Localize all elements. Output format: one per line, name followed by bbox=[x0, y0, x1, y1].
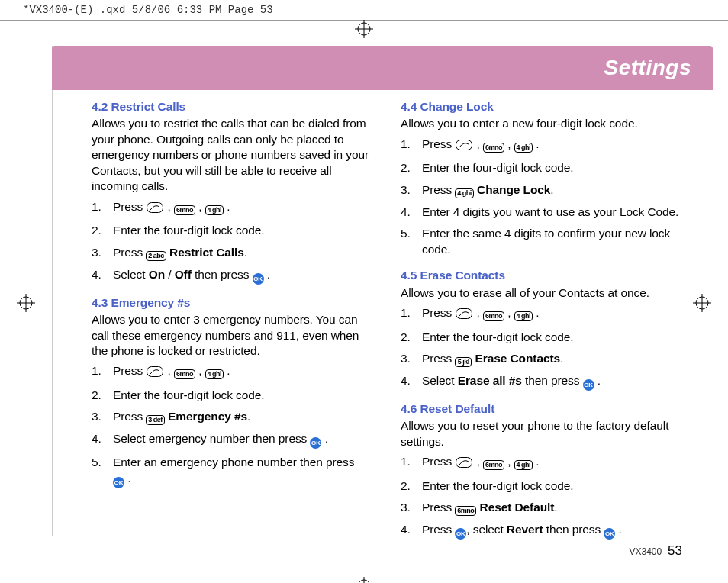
heading-4-5: 4.5 Erase Contacts bbox=[401, 268, 679, 283]
qxd-header: *VX3400-(E) .qxd 5/8/06 6:33 PM Page 53 bbox=[23, 4, 273, 16]
footer-model: VX3400 bbox=[629, 546, 662, 557]
content-columns: 4.2 Restrict Calls Allows you to restric… bbox=[92, 99, 679, 550]
key-4-icon: 4 ghi bbox=[514, 311, 533, 321]
bottom-rule bbox=[52, 536, 711, 536]
registration-mark-top-icon bbox=[355, 20, 373, 38]
list-item: 4. Select On / Off then press OK . bbox=[92, 267, 370, 285]
list-item: 3. Press 5 jkl Erase Contacts. bbox=[401, 351, 679, 367]
list-item: 1. Press , 6mno , 4 ghi . bbox=[92, 363, 370, 381]
list-item: 3. Press 6mno Reset Default. bbox=[401, 500, 679, 516]
ok-key-icon: OK bbox=[310, 437, 321, 449]
steps-4-4: 1. Press , 6mno , 4 ghi . 2.Enter the fo… bbox=[401, 137, 679, 257]
key-4-icon: 4 ghi bbox=[205, 369, 224, 379]
menu-key-icon bbox=[147, 201, 163, 217]
list-item: 4. Select Erase all #s then press OK . bbox=[401, 373, 679, 391]
menu-key-icon bbox=[456, 139, 472, 154]
key-6-icon: 6mno bbox=[174, 369, 195, 379]
steps-4-3: 1. Press , 6mno , 4 ghi . 2.Enter the fo… bbox=[92, 363, 370, 488]
heading-4-3: 4.3 Emergency #s bbox=[92, 295, 370, 311]
list-item: 1. Press , 6mno , 4 ghi . bbox=[401, 454, 679, 472]
menu-key-icon bbox=[147, 366, 163, 381]
banner-title: Settings bbox=[604, 56, 691, 80]
footer-page-number: 53 bbox=[668, 543, 682, 558]
intro-4-3: Allows you to enter 3 emergency numbers.… bbox=[92, 312, 370, 359]
key-3-icon: 3 def bbox=[146, 415, 165, 425]
key-6-icon: 6mno bbox=[455, 506, 476, 516]
registration-mark-right-icon bbox=[693, 294, 711, 312]
key-6-icon: 6mno bbox=[483, 311, 504, 321]
key-6-icon: 6mno bbox=[174, 205, 195, 215]
ok-key-icon: OK bbox=[604, 528, 615, 540]
ok-key-icon: OK bbox=[583, 379, 594, 391]
left-column: 4.2 Restrict Calls Allows you to restric… bbox=[92, 99, 370, 550]
intro-4-2: Allows you to restrict the calls that ca… bbox=[92, 116, 370, 194]
key-5-icon: 5 jkl bbox=[455, 357, 472, 367]
steps-4-6: 1. Press , 6mno , 4 ghi . 2.Enter the fo… bbox=[401, 454, 679, 540]
right-column: 4.4 Change Lock Allows you to enter a ne… bbox=[401, 99, 679, 550]
list-item: 5.Enter the same 4 digits to confirm you… bbox=[401, 226, 679, 257]
key-6-icon: 6mno bbox=[483, 460, 504, 470]
intro-4-5: Allows you to erase all of your Contacts… bbox=[401, 285, 679, 301]
list-item: 4. Press OK, select Revert then press OK… bbox=[401, 522, 679, 540]
list-item: 4.Enter 4 digits you want to use as your… bbox=[401, 205, 679, 220]
svg-rect-16 bbox=[456, 458, 472, 468]
section-banner: Settings bbox=[52, 46, 713, 90]
intro-4-6: Allows you to reset your phone to the fa… bbox=[401, 418, 679, 449]
list-item: 3. Press 3 def Emergency #s. bbox=[92, 409, 370, 425]
menu-key-icon bbox=[456, 308, 472, 323]
steps-4-2: 1. Press , 6mno , 4 ghi . 2.Enter the fo… bbox=[92, 199, 370, 285]
svg-rect-15 bbox=[456, 309, 472, 319]
list-item: 1. Press , 6mno , 4 ghi . bbox=[401, 305, 679, 323]
list-item: 3. Press 2 abc Restrict Calls. bbox=[92, 245, 370, 261]
registration-mark-left-icon bbox=[17, 294, 35, 312]
list-item: 1. Press , 6mno , 4 ghi . bbox=[92, 199, 370, 217]
list-item: 3. Press 4 ghi Change Lock. bbox=[401, 182, 679, 198]
list-item: 2.Enter the four-digit lock code. bbox=[401, 330, 679, 345]
key-4-icon: 4 ghi bbox=[205, 205, 224, 215]
key-6-icon: 6mno bbox=[483, 143, 504, 153]
list-item: 2.Enter the four-digit lock code. bbox=[401, 160, 679, 176]
page: *VX3400-(E) .qxd 5/8/06 6:33 PM Page 53 … bbox=[0, 0, 728, 583]
list-item: 2.Enter the four-digit lock code. bbox=[92, 388, 370, 403]
list-item: 5. Enter an emergency phone number then … bbox=[92, 455, 370, 488]
heading-4-6: 4.6 Reset Default bbox=[401, 401, 679, 417]
ok-key-icon: OK bbox=[455, 528, 466, 540]
list-item: 4. Select emergency number then press OK… bbox=[92, 431, 370, 449]
registration-mark-bottom-icon bbox=[355, 577, 373, 583]
ok-key-icon: OK bbox=[253, 273, 264, 285]
svg-rect-14 bbox=[456, 140, 472, 150]
list-item: 2.Enter the four-digit lock code. bbox=[92, 223, 370, 238]
left-border bbox=[52, 46, 53, 536]
intro-4-4: Allows you to enter a new four-digit loc… bbox=[401, 116, 679, 131]
menu-key-icon bbox=[456, 456, 472, 472]
svg-rect-13 bbox=[147, 367, 163, 377]
heading-4-2: 4.2 Restrict Calls bbox=[92, 99, 370, 114]
heading-4-4: 4.4 Change Lock bbox=[401, 99, 679, 114]
key-2-icon: 2 abc bbox=[146, 251, 166, 261]
svg-rect-12 bbox=[147, 202, 163, 212]
key-4-icon: 4 ghi bbox=[514, 460, 533, 470]
page-footer: VX3400 53 bbox=[629, 543, 682, 559]
ok-key-icon: OK bbox=[113, 477, 124, 488]
steps-4-5: 1. Press , 6mno , 4 ghi . 2.Enter the fo… bbox=[401, 305, 679, 391]
key-4-icon: 4 ghi bbox=[455, 188, 474, 198]
key-4-icon: 4 ghi bbox=[514, 143, 533, 153]
list-item: 2.Enter the four-digit lock code. bbox=[401, 478, 679, 494]
list-item: 1. Press , 6mno , 4 ghi . bbox=[401, 137, 679, 154]
